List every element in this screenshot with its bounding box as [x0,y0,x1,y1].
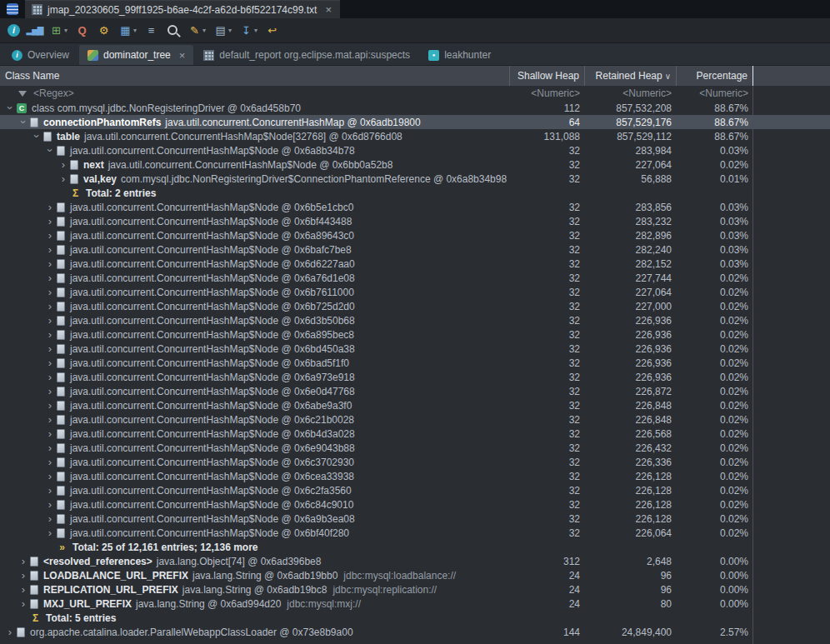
tree-row[interactable]: › MXJ_URL_PREFIX java.lang.String @ 0x6a… [0,597,830,611]
expand-toggle-icon[interactable]: › [43,485,57,496]
expand-toggle-icon[interactable]: › [57,173,70,184]
threads-button[interactable]: ≡ [142,22,161,39]
tree-row[interactable]: › REPLICATION_URL_PREFIX java.lang.Strin… [0,582,830,597]
tree-row[interactable]: › java.util.concurrent.ConcurrentHashMap… [0,469,830,483]
retained-heap-filter[interactable]: <Numeric> [585,87,677,99]
export-button[interactable]: ↧ ▾ [237,22,260,39]
shallow-heap-filter[interactable]: <Numeric> [510,87,585,99]
tree-row[interactable]: › java.util.concurrent.ConcurrentHashMap… [0,299,830,313]
expand-toggle-icon[interactable]: › [43,230,57,241]
tree-row[interactable]: › java.util.concurrent.ConcurrentHashMap… [0,313,830,327]
tab-dominator-tree[interactable]: dominator_tree × [79,45,193,65]
expand-toggle-icon[interactable]: › [43,357,57,368]
tree-row[interactable]: › java.util.concurrent.ConcurrentHashMap… [0,228,830,242]
expand-toggle-icon[interactable]: › [43,287,57,297]
tree-row[interactable]: › java.util.concurrent.ConcurrentHashMap… [0,257,830,271]
expand-toggle-icon[interactable]: › [17,556,30,567]
tree-row[interactable]: › java.util.concurrent.ConcurrentHashMap… [0,271,830,285]
expand-toggle-icon[interactable]: › [43,471,57,482]
expand-toggle-icon[interactable]: › [43,442,57,453]
dropdown-arrow-icon[interactable]: ▾ [202,27,206,34]
expand-toggle-icon[interactable]: › [43,414,57,425]
expand-toggle-icon[interactable]: › [57,159,70,170]
histogram-button[interactable]: ▂▅▇ [25,22,44,39]
column-header-retained-heap[interactable]: Retained Heap ∨ [585,66,677,86]
tree-row[interactable]: › next java.util.concurrent.ConcurrentHa… [0,157,830,172]
tree-row[interactable]: › java.util.concurrent.ConcurrentHashMap… [0,497,830,512]
expand-toggle-icon[interactable]: › [43,301,57,312]
expand-toggle-icon[interactable]: › [17,570,30,581]
expand-toggle-icon[interactable]: › [43,315,57,326]
dominator-tree-button[interactable]: ⊞ ▾ [47,22,70,39]
tree-row[interactable]: › java.util.concurrent.ConcurrentHashMap… [0,327,830,342]
tree-row[interactable]: › java.util.concurrent.ConcurrentHashMap… [0,200,830,214]
dropdown-arrow-icon[interactable]: ▾ [133,27,137,34]
search-button[interactable] [163,22,182,39]
expand-toggle-icon[interactable]: › [18,117,29,128]
tree-row[interactable]: › LOADBALANCE_URL_PREFIX java.lang.Strin… [0,568,830,582]
query-browser-button[interactable]: ▦ ▾ [116,22,139,39]
tree-row[interactable]: › java.util.concurrent.ConcurrentHashMap… [0,427,830,441]
expand-toggle-icon[interactable]: › [43,202,57,212]
tree-row[interactable]: › java.util.concurrent.ConcurrentHashMap… [0,398,830,412]
tree-row[interactable]: › java.util.concurrent.ConcurrentHashMap… [0,455,830,469]
tree-row[interactable]: › java.util.concurrent.ConcurrentHashMap… [0,342,830,356]
heap-file-tab[interactable]: jmap_20230605_99ff1925-b6ae-4c2f-a62d-b6… [25,0,340,18]
expand-toggle-icon[interactable]: › [5,102,16,114]
overview-button[interactable]: i [5,22,22,38]
tree-row[interactable]: › java.util.concurrent.ConcurrentHashMap… [0,412,830,427]
navigate-back-button[interactable]: ↩ [262,22,282,39]
column-header-percentage[interactable]: Percentage [677,66,753,86]
tree-row[interactable]: › connectionPhantomRefs java.util.concur… [0,115,830,129]
expand-toggle-icon[interactable]: › [17,598,30,609]
tree-row[interactable]: Total: 2 entries [0,186,830,200]
tree-row[interactable]: › java.util.concurrent.ConcurrentHashMap… [0,143,830,157]
tree-row[interactable]: › java.util.concurrent.ConcurrentHashMap… [0,214,830,228]
column-header-shallow-heap[interactable]: Shallow Heap [510,66,585,86]
dropdown-arrow-icon[interactable]: ▾ [254,27,258,34]
expand-toggle-icon[interactable]: › [17,584,30,595]
expand-toggle-icon[interactable]: › [43,216,57,227]
expand-toggle-icon[interactable]: › [45,145,56,157]
expand-toggle-icon[interactable]: › [3,627,17,637]
tree-row[interactable]: › <resolved_references> java.lang.Object… [0,554,830,568]
expand-toggle-icon[interactable]: › [43,428,57,439]
tree-row[interactable]: › java.util.concurrent.ConcurrentHashMap… [0,356,830,370]
tab-close-icon[interactable]: × [179,50,186,61]
oql-button[interactable]: Q [72,22,92,39]
percentage-filter[interactable]: <Numeric> [677,87,753,99]
tree-row[interactable]: › java.util.concurrent.ConcurrentHashMap… [0,526,830,540]
tree-row[interactable]: › class com.mysql.jdbc.NonRegisteringDri… [0,101,830,115]
tree-row[interactable]: › java.util.concurrent.ConcurrentHashMap… [0,370,830,384]
tree-row[interactable]: Total: 5 entries [0,611,830,625]
expand-toggle-icon[interactable]: › [43,386,57,397]
tree-row[interactable]: Total: 25 of 12,161 entries; 12,136 more [0,540,830,554]
column-header-class-name[interactable]: Class Name [0,66,510,86]
grouping-button[interactable]: ▤ ▾ [211,22,234,39]
expand-toggle-icon[interactable]: › [43,343,57,354]
tree-row[interactable]: › java.util.concurrent.ConcurrentHashMap… [0,441,830,455]
expert-test-button[interactable]: ⚙ [94,22,113,39]
customize-button[interactable]: ✎ ▾ [185,22,208,39]
tab-overview[interactable]: Overview [3,45,78,65]
tree-row[interactable]: › java.util.concurrent.ConcurrentHashMap… [0,384,830,398]
expand-toggle-icon[interactable]: › [43,258,57,269]
tree-row[interactable]: › java.util.concurrent.ConcurrentHashMap… [0,242,830,257]
expand-toggle-icon[interactable]: › [43,400,57,411]
expand-toggle-icon[interactable]: › [43,244,57,255]
dropdown-arrow-icon[interactable]: ▾ [64,27,68,34]
tree-row[interactable]: › java.util.concurrent.ConcurrentHashMap… [0,285,830,299]
expand-toggle-icon[interactable]: › [43,499,57,510]
tree-row[interactable]: › val,key com.mysql.jdbc.NonRegisteringD… [0,172,830,186]
tree-row[interactable]: › java.util.concurrent.ConcurrentHashMap… [0,512,830,526]
tree-row[interactable]: › org.apache.catalina.loader.ParallelWeb… [0,625,830,639]
tab-default-report[interactable]: default_report org.eclipse.mat.api:suspe… [195,45,418,65]
expand-toggle-icon[interactable]: › [43,513,57,524]
class-name-filter[interactable]: <Regex> [33,87,74,99]
expand-toggle-icon[interactable]: › [43,527,57,538]
dropdown-arrow-icon[interactable]: ▾ [228,27,232,34]
expand-toggle-icon[interactable]: › [43,457,57,467]
heap-file-tab-close-icon[interactable]: × [325,4,332,15]
expand-toggle-icon[interactable]: › [43,372,57,382]
expand-toggle-icon[interactable]: › [43,329,57,340]
